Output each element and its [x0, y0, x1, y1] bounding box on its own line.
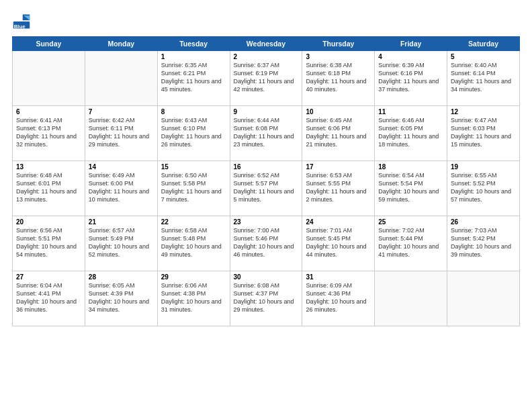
column-header-wednesday: Wednesday — [230, 37, 302, 51]
day-info: Sunrise: 6:37 AM Sunset: 6:19 PM Dayligh… — [234, 61, 299, 94]
day-cell-15: 15Sunrise: 6:50 AM Sunset: 5:58 PM Dayli… — [157, 161, 230, 216]
empty-cell — [375, 271, 447, 326]
day-number: 10 — [306, 108, 371, 116]
day-number: 20 — [16, 218, 81, 226]
day-number: 24 — [306, 218, 371, 226]
day-info: Sunrise: 7:01 AM Sunset: 5:45 PM Dayligh… — [306, 226, 371, 259]
day-cell-30: 30Sunrise: 6:08 AM Sunset: 4:37 PM Dayli… — [230, 271, 302, 326]
day-number: 26 — [451, 218, 516, 226]
day-info: Sunrise: 6:38 AM Sunset: 6:18 PM Dayligh… — [306, 61, 371, 94]
day-cell-4: 4Sunrise: 6:39 AM Sunset: 6:16 PM Daylig… — [375, 51, 447, 106]
day-number: 5 — [451, 53, 516, 60]
day-cell-3: 3Sunrise: 6:38 AM Sunset: 6:18 PM Daylig… — [302, 51, 375, 106]
day-info: Sunrise: 6:09 AM Sunset: 4:36 PM Dayligh… — [306, 281, 371, 314]
day-number: 15 — [161, 163, 226, 171]
day-cell-2: 2Sunrise: 6:37 AM Sunset: 6:19 PM Daylig… — [230, 51, 302, 106]
day-info: Sunrise: 6:57 AM Sunset: 5:49 PM Dayligh… — [89, 226, 154, 259]
day-cell-23: 23Sunrise: 7:00 AM Sunset: 5:46 PM Dayli… — [230, 216, 302, 271]
day-number: 13 — [16, 163, 81, 171]
day-info: Sunrise: 6:47 AM Sunset: 6:03 PM Dayligh… — [451, 116, 516, 149]
week-row-4: 20Sunrise: 6:56 AM Sunset: 5:51 PM Dayli… — [13, 216, 520, 271]
day-number: 4 — [378, 53, 443, 60]
column-header-monday: Monday — [85, 37, 157, 51]
week-row-1: 1Sunrise: 6:35 AM Sunset: 6:21 PM Daylig… — [13, 51, 520, 106]
day-number: 28 — [89, 273, 154, 281]
day-cell-21: 21Sunrise: 6:57 AM Sunset: 5:49 PM Dayli… — [85, 216, 157, 271]
day-number: 9 — [234, 108, 299, 116]
empty-cell — [447, 271, 520, 326]
day-info: Sunrise: 7:03 AM Sunset: 5:42 PM Dayligh… — [451, 226, 516, 259]
day-number: 7 — [89, 108, 154, 116]
week-row-3: 13Sunrise: 6:48 AM Sunset: 6:01 PM Dayli… — [13, 161, 520, 216]
day-info: Sunrise: 6:45 AM Sunset: 6:06 PM Dayligh… — [306, 116, 371, 149]
day-cell-14: 14Sunrise: 6:49 AM Sunset: 6:00 PM Dayli… — [85, 161, 157, 216]
day-number: 25 — [378, 218, 443, 226]
day-number: 31 — [306, 273, 371, 281]
week-row-5: 27Sunrise: 6:04 AM Sunset: 4:41 PM Dayli… — [13, 271, 520, 326]
day-cell-10: 10Sunrise: 6:45 AM Sunset: 6:06 PM Dayli… — [302, 106, 375, 161]
day-info: Sunrise: 6:41 AM Sunset: 6:13 PM Dayligh… — [16, 116, 81, 149]
header: Blue — [12, 12, 520, 31]
day-info: Sunrise: 6:43 AM Sunset: 6:10 PM Dayligh… — [161, 116, 226, 149]
day-cell-20: 20Sunrise: 6:56 AM Sunset: 5:51 PM Dayli… — [13, 216, 85, 271]
calendar-table: SundayMondayTuesdayWednesdayThursdayFrid… — [12, 36, 520, 326]
column-header-friday: Friday — [375, 37, 447, 51]
day-number: 14 — [89, 163, 154, 171]
day-number: 30 — [234, 273, 299, 281]
day-cell-12: 12Sunrise: 6:47 AM Sunset: 6:03 PM Dayli… — [447, 106, 520, 161]
day-number: 16 — [234, 163, 299, 171]
day-cell-27: 27Sunrise: 6:04 AM Sunset: 4:41 PM Dayli… — [13, 271, 85, 326]
week-row-2: 6Sunrise: 6:41 AM Sunset: 6:13 PM Daylig… — [13, 106, 520, 161]
day-info: Sunrise: 6:49 AM Sunset: 6:00 PM Dayligh… — [89, 171, 154, 204]
day-number: 19 — [451, 163, 516, 171]
day-cell-11: 11Sunrise: 6:46 AM Sunset: 6:05 PM Dayli… — [375, 106, 447, 161]
day-number: 3 — [306, 53, 371, 60]
day-info: Sunrise: 6:44 AM Sunset: 6:08 PM Dayligh… — [234, 116, 299, 149]
day-info: Sunrise: 6:06 AM Sunset: 4:38 PM Dayligh… — [161, 281, 226, 314]
day-info: Sunrise: 6:58 AM Sunset: 5:48 PM Dayligh… — [161, 226, 226, 259]
day-number: 23 — [234, 218, 299, 226]
day-number: 27 — [16, 273, 81, 281]
day-info: Sunrise: 6:40 AM Sunset: 6:14 PM Dayligh… — [451, 61, 516, 94]
svg-text:Blue: Blue — [14, 24, 26, 30]
day-info: Sunrise: 6:04 AM Sunset: 4:41 PM Dayligh… — [16, 281, 81, 314]
day-info: Sunrise: 7:00 AM Sunset: 5:46 PM Dayligh… — [234, 226, 299, 259]
day-number: 17 — [306, 163, 371, 171]
day-info: Sunrise: 6:08 AM Sunset: 4:37 PM Dayligh… — [234, 281, 299, 314]
day-cell-29: 29Sunrise: 6:06 AM Sunset: 4:38 PM Dayli… — [157, 271, 230, 326]
logo: Blue — [12, 12, 34, 31]
day-number: 8 — [161, 108, 226, 116]
day-number: 11 — [378, 108, 443, 116]
calendar-header-row: SundayMondayTuesdayWednesdayThursdayFrid… — [13, 37, 520, 51]
day-info: Sunrise: 7:02 AM Sunset: 5:44 PM Dayligh… — [378, 226, 443, 259]
day-info: Sunrise: 6:39 AM Sunset: 6:16 PM Dayligh… — [378, 61, 443, 94]
day-info: Sunrise: 6:54 AM Sunset: 5:54 PM Dayligh… — [378, 171, 443, 204]
day-cell-24: 24Sunrise: 7:01 AM Sunset: 5:45 PM Dayli… — [302, 216, 375, 271]
day-info: Sunrise: 6:53 AM Sunset: 5:55 PM Dayligh… — [306, 171, 371, 204]
day-number: 29 — [161, 273, 226, 281]
day-info: Sunrise: 6:05 AM Sunset: 4:39 PM Dayligh… — [89, 281, 154, 314]
day-cell-22: 22Sunrise: 6:58 AM Sunset: 5:48 PM Dayli… — [157, 216, 230, 271]
day-info: Sunrise: 6:55 AM Sunset: 5:52 PM Dayligh… — [451, 171, 516, 204]
day-cell-1: 1Sunrise: 6:35 AM Sunset: 6:21 PM Daylig… — [157, 51, 230, 106]
column-header-thursday: Thursday — [302, 37, 375, 51]
day-info: Sunrise: 6:35 AM Sunset: 6:21 PM Dayligh… — [161, 61, 226, 94]
day-cell-25: 25Sunrise: 7:02 AM Sunset: 5:44 PM Dayli… — [375, 216, 447, 271]
day-cell-9: 9Sunrise: 6:44 AM Sunset: 6:08 PM Daylig… — [230, 106, 302, 161]
day-cell-31: 31Sunrise: 6:09 AM Sunset: 4:36 PM Dayli… — [302, 271, 375, 326]
day-info: Sunrise: 6:56 AM Sunset: 5:51 PM Dayligh… — [16, 226, 81, 259]
column-header-saturday: Saturday — [447, 37, 520, 51]
day-info: Sunrise: 6:42 AM Sunset: 6:11 PM Dayligh… — [89, 116, 154, 149]
day-number: 1 — [161, 53, 226, 60]
day-cell-13: 13Sunrise: 6:48 AM Sunset: 6:01 PM Dayli… — [13, 161, 85, 216]
day-cell-26: 26Sunrise: 7:03 AM Sunset: 5:42 PM Dayli… — [447, 216, 520, 271]
day-number: 21 — [89, 218, 154, 226]
day-cell-18: 18Sunrise: 6:54 AM Sunset: 5:54 PM Dayli… — [375, 161, 447, 216]
day-number: 2 — [234, 53, 299, 60]
day-info: Sunrise: 6:52 AM Sunset: 5:57 PM Dayligh… — [234, 171, 299, 204]
day-number: 12 — [451, 108, 516, 116]
day-cell-5: 5Sunrise: 6:40 AM Sunset: 6:14 PM Daylig… — [447, 51, 520, 106]
day-cell-7: 7Sunrise: 6:42 AM Sunset: 6:11 PM Daylig… — [85, 106, 157, 161]
day-info: Sunrise: 6:48 AM Sunset: 6:01 PM Dayligh… — [16, 171, 81, 204]
day-cell-8: 8Sunrise: 6:43 AM Sunset: 6:10 PM Daylig… — [157, 106, 230, 161]
